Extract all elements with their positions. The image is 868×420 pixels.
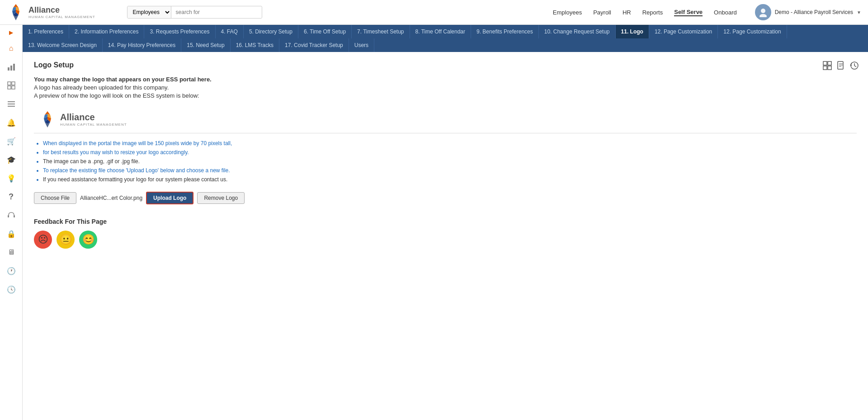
page-title: Logo Setup [34,61,857,69]
svg-rect-17 [8,104,15,104]
avatar [755,4,771,20]
instruction-item-3: The image can be a .png, .gif or .jpg fi… [43,158,857,165]
tab-users[interactable]: Users [349,38,374,52]
svg-rect-16 [8,101,15,102]
sidebar-question-icon[interactable]: ? [3,189,19,205]
tab-pay-history-preferences[interactable]: 14. Pay History Preferences [103,38,181,52]
description-line2: A logo has already been uploaded for thi… [34,84,857,91]
tab-time-off-calendar[interactable]: 8. Time Off Calendar [410,25,472,38]
sidebar-cart-icon[interactable]: 🛒 [3,133,19,149]
nav-hr[interactable]: HR [623,9,631,16]
nav-reports[interactable]: Reports [642,9,663,16]
brand-name: Alliance [28,5,95,15]
tab-page-customization-1[interactable]: 12. Page Customization [649,25,718,38]
page-body: Logo Setup You may change the logo that … [23,52,868,258]
main-content: 1. Preferences 2. Information Preference… [23,25,868,420]
feedback-icons: ☹ 😐 😊 [34,231,857,249]
sidebar-list-icon[interactable] [3,96,19,112]
nav-employees[interactable]: Employees [553,9,582,16]
sidebar-bulb-icon[interactable]: 💡 [3,170,19,186]
feedback-section: Feedback For This Page ☹ 😐 😊 [34,218,857,249]
file-controls: Choose File AllianceHC...ert Color.png U… [34,192,857,204]
sidebar-expand-icon[interactable]: ▶ [9,29,13,36]
page-actions [823,61,859,72]
svg-point-8 [760,14,767,17]
instruction-item-5: If you need assistance formatting your l… [43,176,857,183]
left-sidebar: ▶ ⌂ 🔔 🛒 🎓 💡 ? 🔒 🖥 🕐 [0,25,23,420]
user-dropdown-icon[interactable]: ▼ [857,10,861,15]
upload-logo-button[interactable]: Upload Logo [146,192,193,204]
main-nav: Employees Payroll HR Reports Self Serve … [553,9,737,16]
svg-rect-24 [828,66,831,70]
search-input[interactable] [171,7,262,18]
instruction-item-2: for best results you may wish to resize … [43,149,857,156]
nav-payroll[interactable]: Payroll [593,9,611,16]
tab-preferences[interactable]: 1. Preferences [23,25,69,38]
tab-change-request-setup[interactable]: 10. Change Request Setup [539,25,616,38]
remove-logo-button[interactable]: Remove Logo [197,192,245,204]
sidebar-clock-icon[interactable]: 🕐 [3,263,19,279]
top-navigation: Alliance HUMAN CAPITAL MANAGEMENT Employ… [0,0,868,25]
tab-directory-setup[interactable]: 5. Directory Setup [244,25,298,38]
tab-time-off-setup[interactable]: 6. Time Off Setup [298,25,352,38]
feedback-title: Feedback For This Page [34,218,857,225]
svg-rect-20 [14,215,15,217]
sidebar-lock-icon[interactable]: 🔒 [3,226,19,242]
tab-logo[interactable]: 11. Logo [616,25,649,38]
nav-selfserve[interactable]: Self Serve [674,9,703,16]
svg-rect-11 [13,64,15,71]
history-icon[interactable] [850,61,859,72]
svg-rect-10 [10,66,12,71]
sidebar-bell-icon[interactable]: 🔔 [3,114,19,131]
nav-onboard[interactable]: Onboard [714,9,737,16]
file-name-display: AllianceHC...ert Color.png [80,195,142,201]
user-avatar-icon [758,7,768,17]
sidebar-graduation-icon[interactable]: 🎓 [3,151,19,168]
instruction-item-1: When displayed in the portal the image w… [43,140,857,146]
instructions-list: When displayed in the portal the image w… [43,140,857,183]
user-area: Demo - Alliance Payroll Services ▼ [755,4,861,20]
preview-logo-icon [38,110,57,128]
feedback-sad-button[interactable]: ☹ [34,231,52,249]
svg-rect-22 [828,61,831,65]
tab-information-preferences[interactable]: 2. Information Preferences [69,25,144,38]
sidebar-chart-icon[interactable] [3,59,19,75]
sidebar-home-icon[interactable]: ⌂ [3,40,19,57]
sidebar-monitor-icon[interactable]: 🖥 [3,244,19,260]
svg-rect-12 [8,82,11,85]
tab-lms-tracks[interactable]: 16. LMS Tracks [231,38,279,52]
instruction-item-4: To replace the existing file choose 'Upl… [43,167,857,174]
svg-rect-23 [823,66,827,70]
search-bar: Employees [127,6,262,19]
grid-view-icon[interactable] [823,61,832,72]
tab-requests-preferences[interactable]: 3. Requests Preferences [144,25,215,38]
brand-subtitle: HUMAN CAPITAL MANAGEMENT [28,15,95,19]
svg-rect-21 [823,61,827,65]
logo-preview: Alliance HUMAN CAPITAL MANAGEMENT [34,106,857,133]
tabs-row-2: 13. Welcome Screen Design 14. Pay Histor… [23,38,868,52]
svg-rect-9 [8,67,9,71]
feedback-neutral-button[interactable]: 😐 [57,231,75,249]
tabs-container: 1. Preferences 2. Information Preference… [23,25,868,52]
sidebar-history-icon[interactable]: 🕓 [3,281,19,297]
sidebar-grid-icon[interactable] [3,77,19,94]
tab-need-setup[interactable]: 15. Need Setup [181,38,230,52]
svg-rect-15 [12,86,15,89]
tab-welcome-screen-design[interactable]: 13. Welcome Screen Design [23,38,103,52]
tab-page-customization-2[interactable]: 12. Page Customization [718,25,787,38]
sidebar-headset-icon[interactable] [3,207,19,223]
svg-point-7 [761,9,765,13]
tab-faq[interactable]: 4. FAQ [216,25,244,38]
document-icon[interactable] [836,61,845,72]
svg-rect-19 [8,215,9,217]
brand-logo: Alliance HUMAN CAPITAL MANAGEMENT [7,3,95,21]
tab-benefits-preferences[interactable]: 9. Benefits Preferences [471,25,539,38]
search-category-select[interactable]: Employees [127,6,171,18]
preview-brand-name: Alliance [60,112,127,123]
svg-rect-18 [8,106,15,107]
description-line1: You may change the logo that appears on … [34,76,857,83]
feedback-happy-button[interactable]: 😊 [79,231,97,249]
tab-timesheet-setup[interactable]: 7. Timesheet Setup [352,25,410,38]
tab-covid-tracker-setup[interactable]: 17. Covid Tracker Setup [279,38,349,52]
choose-file-button[interactable]: Choose File [34,192,76,204]
